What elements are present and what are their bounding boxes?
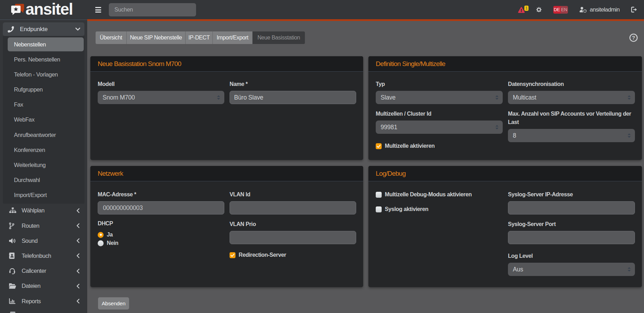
datensync-select[interactable]: Multicast (508, 91, 635, 104)
submenu-item-webfax[interactable]: WebFax (8, 113, 84, 127)
warnings-button[interactable]: 1 (518, 6, 525, 13)
modell-label: Modell (98, 80, 224, 88)
sidebar-item-reports[interactable]: Reports (3, 294, 84, 308)
checkbox-label: Redirection-Server (239, 252, 286, 258)
radio-label: Ja (107, 232, 113, 238)
panel-header: Log/Debug (368, 166, 642, 181)
syslog-ip-input[interactable] (508, 201, 635, 214)
submenu-item-anrufbeantworter[interactable]: Anrufbeantworter (8, 128, 84, 142)
radio-off-icon (98, 240, 104, 246)
sidebar-item-endpunkte[interactable]: Endpunkte (3, 22, 84, 36)
submenu-item-label: Rufgruppen (14, 86, 43, 93)
syslog-checkbox[interactable]: Syslog aktivieren (376, 205, 503, 213)
question-circle-icon: ? (629, 34, 638, 42)
loglevel-select[interactable]: Aus (508, 263, 635, 276)
typ-label: Typ (376, 80, 503, 88)
tab-import-export[interactable]: Import/Export (213, 31, 253, 44)
tab-neue-basisstation[interactable]: Neue Basisstation (253, 31, 305, 44)
chevron-left-icon (76, 223, 80, 228)
user-menu[interactable]: ansiteladmin (579, 6, 620, 13)
submenu-item-label: Fax (14, 101, 23, 108)
vlan-prio-input[interactable] (230, 231, 356, 244)
name-input[interactable] (230, 91, 356, 104)
sidebar-item-callcenter[interactable]: Callcenter (3, 264, 84, 278)
debug-modus-checkbox[interactable]: Multizelle Debug-Modus aktivieren (376, 190, 503, 199)
checkbox-label: Multizelle Debug-Modus aktivieren (385, 191, 472, 198)
topbar: 1 DE EN (87, 0, 644, 21)
warning-count-badge: 1 (524, 6, 529, 11)
submenu-item-label: Telefon - Vorlagen (14, 71, 58, 78)
checkbox-checked-icon (230, 252, 235, 258)
tab-ip-dect[interactable]: IP-DECT (186, 31, 213, 44)
submenu-item-fax[interactable]: Fax (8, 98, 84, 112)
chevron-left-icon (76, 284, 80, 289)
lang-en-button[interactable]: EN (561, 6, 568, 14)
typ-select[interactable]: Slave (376, 91, 503, 104)
syslog-ip-label: Syslog-Server IP-Adresse (508, 190, 635, 199)
submenu-item-import-export[interactable]: Import/Export (8, 188, 84, 202)
submit-button[interactable]: Absenden (98, 297, 129, 310)
panel-definition: Definition Single/Multizelle Typ Slave (368, 56, 642, 160)
panel-header: Definition Single/Multizelle (368, 56, 642, 72)
sidebar-item-sound[interactable]: Sound (3, 234, 84, 248)
syslog-port-input[interactable] (508, 231, 635, 244)
svg-text:?: ? (632, 35, 635, 41)
submenu-item-nebenstellen[interactable]: Nebenstellen (8, 37, 84, 51)
logout-button[interactable] (631, 7, 637, 13)
submenu-item-label: Weiterleitung (14, 162, 46, 168)
panel-title: Netzwerk (98, 170, 123, 177)
submenu-item-rufgruppen[interactable]: Rufgruppen (8, 83, 84, 97)
max-accounts-select[interactable]: 8 (508, 129, 635, 142)
cluster-id-select[interactable]: 99981 (376, 121, 503, 134)
sidebar-submenu: Nebenstellen Pers. Nebenstellen Telefon … (3, 36, 84, 204)
panel-title: Neue Basisstation Snom M700 (98, 60, 181, 68)
multizelle-checkbox[interactable]: Multizelle aktivieren (376, 142, 503, 150)
sitemap-icon (9, 207, 17, 214)
panel-header: Neue Basisstation Snom M700 (90, 56, 363, 72)
chart-bar-icon (9, 298, 17, 305)
sidebar: ansitel Endpunkte Nebenstellen Pers. Neb… (0, 0, 87, 313)
submenu-item-label: Konferenzen (14, 147, 45, 153)
submenu-item-konferenzen[interactable]: Konferenzen (8, 143, 84, 157)
phone-icon (8, 26, 14, 32)
brand-logo[interactable]: ansitel (0, 0, 87, 20)
search-input[interactable] (109, 3, 196, 16)
menu-toggle-icon[interactable] (95, 7, 101, 13)
lang-de-button[interactable]: DE (553, 6, 561, 14)
sidebar-item-routen[interactable]: Routen (3, 219, 84, 233)
sort-icon (628, 133, 631, 138)
radio-on-icon (98, 232, 104, 238)
chevron-down-icon (75, 28, 80, 31)
dhcp-nein-radio[interactable]: Nein (98, 239, 224, 247)
select-value: 8 (513, 132, 516, 139)
sidebar-item-telefonbuch[interactable]: Telefonbuch (3, 249, 84, 263)
checkbox-label: Multizelle aktivieren (385, 143, 435, 149)
sidebar-item-label: Routen (22, 223, 39, 229)
tab-label: Übersicht (100, 35, 122, 41)
help-button[interactable]: ? (629, 34, 638, 42)
submenu-item-label: Nebenstellen (14, 41, 46, 48)
address-book-icon (9, 252, 17, 259)
sidebar-item-dateien[interactable]: Dateien (3, 279, 84, 293)
panel-header: Netzwerk (90, 166, 363, 181)
submenu-item-weiterleitung[interactable]: Weiterleitung (8, 158, 84, 172)
tab-bar: Übersicht Neue SIP Nebenstelle IP-DECT I… (96, 31, 305, 44)
mac-input[interactable] (98, 201, 224, 214)
submenu-item-label: Anrufbeantworter (14, 132, 56, 138)
panel-basisstation: Neue Basisstation Snom M700 Modell Snom … (90, 56, 363, 160)
dhcp-ja-radio[interactable]: Ja (98, 231, 224, 239)
tab-neue-sip-nebenstelle[interactable]: Neue SIP Nebenstelle (127, 31, 186, 44)
tab-uebersicht[interactable]: Übersicht (96, 31, 127, 44)
redirection-checkbox[interactable]: Redirection-Server (230, 251, 356, 259)
settings-button[interactable] (536, 7, 542, 13)
modell-select[interactable]: Snom M700 (98, 91, 224, 104)
next-item-icon (10, 312, 15, 313)
vlan-id-input[interactable] (230, 201, 356, 214)
select-value: Multicast (513, 94, 536, 101)
sidebar-item-waehlplan[interactable]: Wählplan (3, 204, 84, 218)
submenu-item-durchwahl[interactable]: Durchwahl (8, 173, 84, 187)
submenu-item-telefon-vorlagen[interactable]: Telefon - Vorlagen (8, 67, 84, 81)
panel-title: Log/Debug (376, 170, 406, 177)
submenu-item-pers-nebenstellen[interactable]: Pers. Nebenstellen (8, 52, 84, 66)
sort-icon (628, 95, 631, 100)
